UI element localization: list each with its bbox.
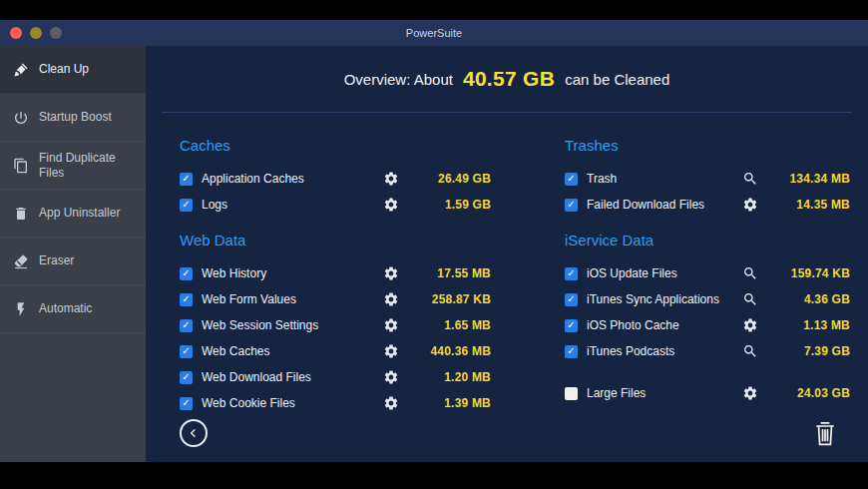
cleanup-row-trash: ✓Trash134.34 MB bbox=[565, 166, 850, 192]
cleanup-content: Caches✓Application Caches26.49 GB✓Logs1.… bbox=[146, 113, 868, 404]
sidebar-item-label: Eraser bbox=[39, 253, 74, 268]
row-label: Trash bbox=[587, 172, 742, 186]
row-size: 1.59 GB bbox=[413, 198, 491, 212]
sidebar-item-automatic[interactable]: Automatic bbox=[0, 285, 146, 333]
eraser-icon bbox=[12, 252, 29, 269]
checkbox-web-caches[interactable]: ✓ bbox=[180, 345, 193, 358]
gear-icon[interactable] bbox=[383, 265, 399, 281]
search-icon[interactable] bbox=[742, 265, 758, 281]
checkbox-itunes-sync-applications[interactable]: ✓ bbox=[565, 293, 578, 306]
clean-trash-button[interactable] bbox=[812, 419, 838, 447]
row-size: 14.35 MB bbox=[772, 198, 850, 212]
back-arrow-icon bbox=[186, 425, 202, 441]
row-label: iTunes Sync Applications bbox=[587, 292, 742, 306]
trash-icon bbox=[12, 205, 29, 222]
sidebar-item-eraser[interactable]: Eraser bbox=[0, 238, 146, 285]
window-body: Clean UpStartup BoostFind Duplicate File… bbox=[0, 46, 868, 462]
sidebar-item-label: Automatic bbox=[39, 301, 92, 316]
checkbox-failed-download-files[interactable]: ✓ bbox=[565, 199, 578, 212]
cleanup-row-ios-update-files: ✓iOS Update Files159.74 KB bbox=[565, 260, 850, 286]
checkbox-trash[interactable]: ✓ bbox=[565, 173, 578, 186]
checkbox-web-history[interactable]: ✓ bbox=[180, 267, 193, 280]
sidebar-item-label: Startup Boost bbox=[39, 110, 112, 125]
row-size: 159.74 KB bbox=[772, 266, 850, 280]
back-button[interactable] bbox=[180, 419, 208, 447]
section-title-web-data: Web Data bbox=[180, 232, 491, 248]
row-size: 1.65 MB bbox=[413, 318, 491, 332]
gear-icon[interactable] bbox=[383, 171, 399, 187]
sidebar-item-label: Find Duplicate Files bbox=[39, 151, 134, 181]
minimize-button[interactable] bbox=[30, 27, 42, 39]
cleanup-row-web-download-files: ✓Web Download Files1.20 MB bbox=[180, 364, 491, 390]
sidebar-item-label: Clean Up bbox=[39, 62, 89, 77]
sidebar-item-app-uninstaller[interactable]: App Uninstaller bbox=[0, 190, 146, 238]
row-size: 24.03 GB bbox=[772, 386, 850, 400]
power-icon bbox=[12, 109, 29, 126]
checkbox-web-download-files[interactable]: ✓ bbox=[180, 371, 193, 384]
window-title: PowerSuite bbox=[0, 27, 868, 39]
main-panel: Overview: About 40.57 GB can be Cleaned … bbox=[146, 46, 868, 462]
search-icon[interactable] bbox=[742, 291, 758, 307]
sidebar-item-find-duplicate-files[interactable]: Find Duplicate Files bbox=[0, 142, 146, 190]
row-label: Web Download Files bbox=[202, 370, 383, 384]
titlebar: PowerSuite bbox=[0, 20, 868, 46]
checkbox-ios-photo-cache[interactable]: ✓ bbox=[565, 319, 578, 332]
gear-icon[interactable] bbox=[383, 291, 399, 307]
cleanup-row-web-session-settings: ✓Web Session Settings1.65 MB bbox=[180, 312, 491, 338]
row-label: Logs bbox=[202, 198, 383, 212]
gear-icon[interactable] bbox=[383, 343, 399, 359]
sidebar-item-startup-boost[interactable]: Startup Boost bbox=[0, 94, 146, 142]
cleanup-row-application-caches: ✓Application Caches26.49 GB bbox=[180, 166, 491, 192]
overview-suffix: can be Cleaned bbox=[565, 71, 669, 88]
gear-icon[interactable] bbox=[742, 317, 758, 333]
checkbox-application-caches[interactable]: ✓ bbox=[180, 173, 193, 186]
overview-size: 40.57 GB bbox=[463, 67, 555, 91]
checkbox-logs[interactable]: ✓ bbox=[180, 199, 193, 212]
checkbox-itunes-podcasts[interactable]: ✓ bbox=[565, 345, 578, 358]
section-title-iservice-data: iService Data bbox=[565, 232, 850, 248]
app-window: PowerSuite Clean UpStartup BoostFind Dup… bbox=[0, 20, 868, 462]
checkbox-web-form-values[interactable]: ✓ bbox=[180, 293, 193, 306]
section-title-trashes: Trashes bbox=[565, 137, 850, 154]
checkbox-ios-update-files[interactable]: ✓ bbox=[565, 267, 578, 280]
bolt-icon bbox=[12, 300, 29, 317]
search-icon[interactable] bbox=[742, 171, 758, 187]
row-label: Failed Download Files bbox=[587, 198, 742, 212]
traffic-lights bbox=[10, 27, 62, 39]
column-left: Caches✓Application Caches26.49 GB✓Logs1.… bbox=[180, 123, 491, 404]
sidebar-item-label: App Uninstaller bbox=[39, 206, 120, 221]
overview-prefix: Overview: About bbox=[344, 71, 453, 88]
cleanup-row-logs: ✓Logs1.59 GB bbox=[180, 192, 491, 218]
gear-icon[interactable] bbox=[383, 197, 399, 213]
row-size: 258.87 KB bbox=[413, 292, 491, 306]
zoom-button[interactable] bbox=[50, 27, 62, 39]
row-size: 134.34 MB bbox=[772, 172, 850, 186]
row-label: Web Form Values bbox=[202, 292, 383, 306]
cleanup-row-failed-download-files: ✓Failed Download Files14.35 MB bbox=[565, 192, 850, 218]
row-label: iOS Update Files bbox=[587, 266, 742, 280]
sidebar: Clean UpStartup BoostFind Duplicate File… bbox=[0, 46, 146, 462]
sidebar-item-clean-up[interactable]: Clean Up bbox=[0, 46, 146, 94]
row-size: 26.49 GB bbox=[413, 172, 491, 186]
overview-header: Overview: About 40.57 GB can be Cleaned bbox=[146, 46, 868, 112]
row-label: Web History bbox=[202, 266, 383, 280]
row-size: 17.55 MB bbox=[413, 266, 491, 280]
gear-icon[interactable] bbox=[383, 369, 399, 385]
row-label: Large Files bbox=[587, 386, 742, 400]
cleanup-row-web-form-values: ✓Web Form Values258.87 KB bbox=[180, 286, 491, 312]
checkbox-large-files[interactable]: ✓ bbox=[565, 387, 578, 400]
screen: PowerSuite Clean UpStartup BoostFind Dup… bbox=[0, 0, 868, 489]
row-size: 4.36 GB bbox=[772, 292, 850, 306]
footer-bar bbox=[146, 404, 868, 462]
gear-icon[interactable] bbox=[742, 197, 758, 213]
gear-icon[interactable] bbox=[742, 385, 758, 401]
cleanup-row-large-files: ✓Large Files24.03 GB bbox=[565, 380, 850, 406]
column-right: Trashes✓Trash134.34 MB✓Failed Download F… bbox=[565, 123, 850, 404]
checkbox-web-session-settings[interactable]: ✓ bbox=[180, 319, 193, 332]
cleanup-row-web-history: ✓Web History17.55 MB bbox=[180, 260, 491, 286]
gear-icon[interactable] bbox=[383, 317, 399, 333]
row-label: iTunes Podcasts bbox=[587, 344, 742, 358]
search-icon[interactable] bbox=[742, 343, 758, 359]
row-label: Web Session Settings bbox=[202, 318, 383, 332]
close-button[interactable] bbox=[10, 27, 22, 39]
